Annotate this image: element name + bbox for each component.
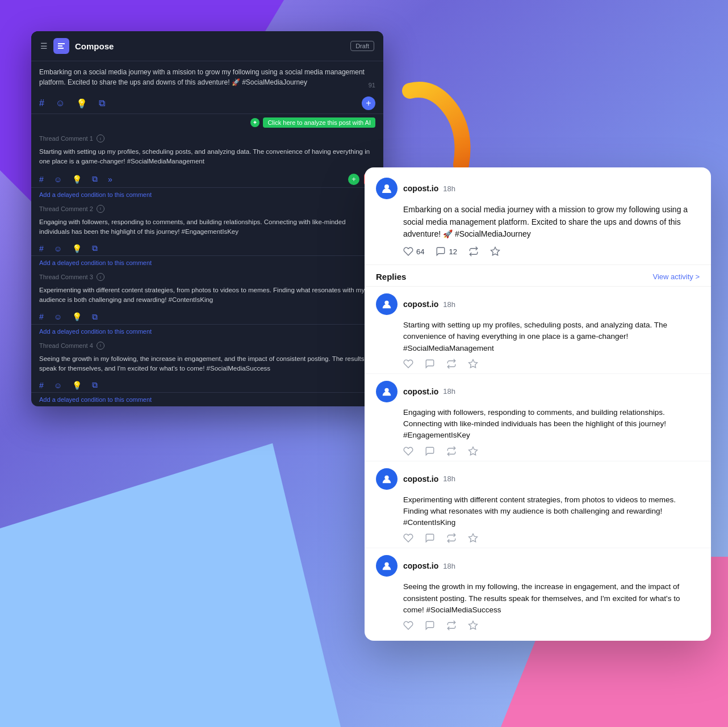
t2-emoji-icon[interactable]: ☺ bbox=[54, 244, 62, 253]
r4-like-icon[interactable] bbox=[403, 620, 413, 631]
reply-3-time: 18h bbox=[443, 474, 455, 483]
like-count: 64 bbox=[416, 247, 424, 256]
t3-image-icon[interactable]: ⧉ bbox=[92, 312, 98, 322]
thread-1-text[interactable]: Starting with setting up my profiles, sc… bbox=[31, 145, 383, 171]
svg-point-1 bbox=[384, 184, 389, 189]
thread-3-add-delayed[interactable]: Add a delayed condition to this comment bbox=[31, 325, 383, 338]
r2-share-icon[interactable] bbox=[468, 446, 478, 456]
thread-3-info: i bbox=[97, 273, 104, 281]
comment-btn[interactable]: 12 bbox=[436, 246, 457, 257]
svg-marker-10 bbox=[469, 621, 478, 629]
compose-main-text[interactable]: Embarking on a social media journey with… bbox=[31, 61, 383, 93]
reply-4-avatar bbox=[376, 555, 398, 577]
emoji-icon[interactable]: ☺ bbox=[56, 98, 65, 108]
main-post-username: copost.io bbox=[403, 184, 438, 193]
retweet-btn[interactable] bbox=[468, 246, 479, 257]
main-post-header: copost.io 18h bbox=[376, 178, 700, 199]
hash-icon[interactable]: # bbox=[39, 98, 44, 108]
reply-2: copost.io 18h Engaging with followers, r… bbox=[365, 374, 711, 461]
thread-3-text[interactable]: Experimenting with different content str… bbox=[31, 283, 383, 310]
like-btn[interactable]: 64 bbox=[403, 246, 424, 257]
t3-hash-icon[interactable]: # bbox=[39, 312, 44, 321]
reply-1-meta: copost.io 18h bbox=[403, 300, 455, 309]
main-post-actions: 64 12 bbox=[403, 246, 700, 259]
reply-1-body: Starting with setting up my profiles, sc… bbox=[403, 320, 700, 354]
r4-retweet-icon[interactable] bbox=[446, 620, 457, 631]
r1-comment-icon[interactable] bbox=[425, 359, 435, 369]
t4-emoji-icon[interactable]: ☺ bbox=[54, 381, 62, 390]
thread-2-add-delayed[interactable]: Add a delayed condition to this comment bbox=[31, 256, 383, 270]
t1-image-icon[interactable]: ⧉ bbox=[92, 174, 98, 184]
t2-bulb-icon[interactable]: 💡 bbox=[72, 244, 82, 253]
r3-retweet-icon[interactable] bbox=[446, 533, 457, 543]
reply-3-meta: copost.io 18h bbox=[403, 474, 455, 484]
thread-1-info: i bbox=[97, 135, 104, 142]
replies-label: Replies bbox=[376, 272, 406, 281]
main-post-body: Embarking on a social media journey with… bbox=[403, 204, 700, 241]
thread-4-add-delayed[interactable]: Add a delayed condition to this comment bbox=[31, 393, 383, 406]
svg-point-3 bbox=[384, 301, 388, 305]
t1-add-btn[interactable]: + bbox=[348, 174, 359, 185]
thread-1-toolbar: # ☺ 💡 ⧉ » + 🗑 bbox=[31, 171, 383, 188]
t1-bulb-icon[interactable]: 💡 bbox=[72, 175, 82, 184]
preview-card: copost.io 18h Embarking on a social medi… bbox=[365, 167, 711, 641]
r1-like-icon[interactable] bbox=[403, 359, 413, 369]
bulb-icon[interactable]: 💡 bbox=[76, 98, 87, 109]
t1-double-arrow[interactable]: » bbox=[108, 175, 112, 184]
share-btn[interactable] bbox=[490, 246, 500, 257]
reply-3-username: copost.io bbox=[403, 474, 438, 484]
r1-share-icon[interactable] bbox=[468, 359, 478, 369]
r3-comment-icon[interactable] bbox=[425, 533, 435, 543]
t4-bulb-icon[interactable]: 💡 bbox=[72, 381, 82, 390]
reply-3: copost.io 18h Experimenting with differe… bbox=[365, 461, 711, 549]
char-count-main: 91 bbox=[369, 82, 375, 89]
r3-share-icon[interactable] bbox=[468, 533, 478, 543]
r2-comment-icon[interactable] bbox=[425, 446, 435, 456]
reply-2-body: Engaging with followers, responding to c… bbox=[403, 407, 700, 442]
thread-2: Thread Comment 2 i Engaging with followe… bbox=[31, 201, 383, 270]
post-meta-row: copost.io 18h bbox=[403, 184, 455, 193]
t4-image-icon[interactable]: ⧉ bbox=[92, 380, 98, 390]
compose-header: ☰ Compose Draft bbox=[31, 31, 383, 61]
thread-1-add-delayed[interactable]: Add a delayed condition to this comment bbox=[31, 188, 383, 201]
svg-point-5 bbox=[384, 388, 388, 392]
main-post: copost.io 18h Embarking on a social medi… bbox=[365, 167, 711, 265]
thread-4: Thread Comment 4 i Seeing the growth in … bbox=[31, 338, 383, 407]
svg-point-9 bbox=[384, 562, 388, 566]
t2-hash-icon[interactable]: # bbox=[39, 244, 44, 253]
replies-header: Replies View activity > bbox=[365, 265, 711, 287]
thread-2-header: Thread Comment 2 i bbox=[31, 201, 383, 215]
svg-marker-8 bbox=[469, 534, 478, 542]
r4-share-icon[interactable] bbox=[468, 620, 478, 631]
reply-1-header: copost.io 18h bbox=[376, 293, 700, 315]
t1-hash-icon[interactable]: # bbox=[39, 175, 44, 184]
add-plus-btn[interactable]: + bbox=[362, 96, 375, 110]
svg-point-7 bbox=[384, 475, 388, 479]
hamburger-icon: ☰ bbox=[40, 41, 48, 51]
reply-2-username: copost.io bbox=[403, 387, 438, 396]
t4-hash-icon[interactable]: # bbox=[39, 381, 44, 390]
reply-2-header: copost.io 18h bbox=[376, 381, 700, 402]
bg-shape-blue bbox=[0, 443, 341, 727]
r2-like-icon[interactable] bbox=[403, 446, 413, 456]
view-activity-btn[interactable]: View activity > bbox=[653, 272, 700, 281]
thread-2-text[interactable]: Engaging with followers, responding to c… bbox=[31, 215, 383, 242]
r3-like-icon[interactable] bbox=[403, 533, 413, 543]
reply-2-avatar bbox=[376, 381, 398, 402]
compose-logo bbox=[53, 38, 69, 54]
r4-comment-icon[interactable] bbox=[425, 620, 435, 631]
reply-1-username: copost.io bbox=[403, 300, 438, 309]
thread-4-text[interactable]: Seeing the growth in my following, the i… bbox=[31, 352, 383, 379]
r2-retweet-icon[interactable] bbox=[446, 446, 457, 456]
comment-count: 12 bbox=[449, 247, 457, 256]
t1-emoji-icon[interactable]: ☺ bbox=[54, 175, 62, 184]
t3-bulb-icon[interactable]: 💡 bbox=[72, 312, 82, 321]
reply-1-time: 18h bbox=[443, 300, 455, 309]
image-icon[interactable]: ⧉ bbox=[99, 98, 105, 108]
t3-emoji-icon[interactable]: ☺ bbox=[54, 312, 62, 321]
t2-image-icon[interactable]: ⧉ bbox=[92, 243, 98, 253]
thread-2-toolbar: # ☺ 💡 ⧉ bbox=[31, 241, 383, 256]
r1-retweet-icon[interactable] bbox=[446, 359, 457, 369]
reply-1: copost.io 18h Starting with setting up m… bbox=[365, 287, 711, 374]
ai-analyze-btn[interactable]: Click here to analyze this post with AI bbox=[263, 117, 375, 128]
